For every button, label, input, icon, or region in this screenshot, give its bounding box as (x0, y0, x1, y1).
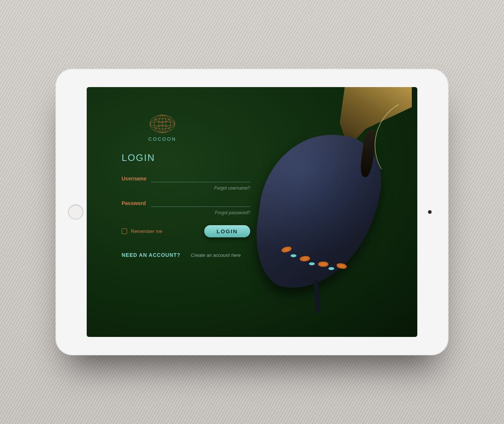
password-label: Password (122, 200, 151, 207)
username-label: Username (122, 176, 151, 182)
remember-me-checkbox[interactable]: Remember me (122, 229, 162, 234)
forgot-password-link[interactable]: Forgot password? (215, 210, 250, 215)
password-row: Password (122, 199, 250, 207)
login-heading: LOGIN (122, 152, 250, 164)
tablet-home-button[interactable] (68, 204, 83, 220)
brand-name: COCOON (131, 136, 194, 142)
branch-decoration (309, 87, 412, 148)
login-form: COCOON LOGIN Username Forgot username? P… (87, 87, 250, 258)
butterfly-illustration (256, 118, 410, 309)
create-account-link[interactable]: Create an account here (191, 252, 241, 258)
username-input[interactable] (151, 175, 250, 182)
tablet-frame: COCOON LOGIN Username Forgot username? P… (55, 69, 449, 355)
checkbox-box-icon (122, 229, 127, 234)
tablet-camera (428, 210, 432, 214)
signup-prompt: NEED AN ACCOUNT? (122, 252, 180, 258)
login-button[interactable]: LOGIN (204, 225, 251, 237)
remember-me-label: Remember me (131, 229, 162, 234)
brand-block: COCOON (131, 113, 194, 142)
brain-logo-icon (148, 113, 177, 135)
username-row: Username (122, 175, 250, 182)
app-screen: COCOON LOGIN Username Forgot username? P… (87, 87, 417, 337)
forgot-username-link[interactable]: Forgot username? (214, 186, 250, 191)
password-input[interactable] (151, 199, 250, 207)
